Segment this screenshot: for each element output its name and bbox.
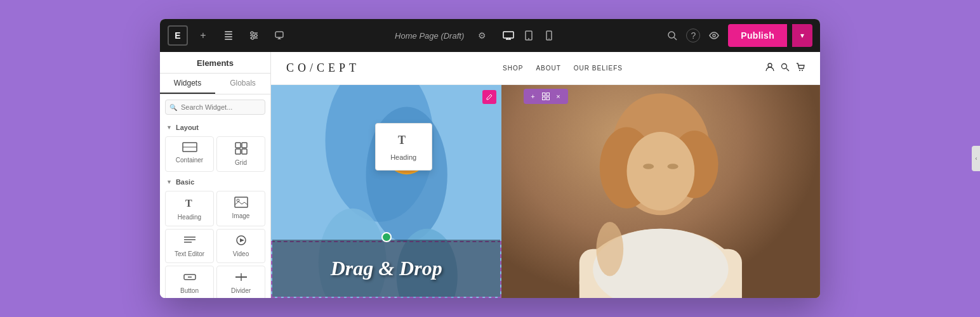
mobile-view-button[interactable] xyxy=(540,27,558,44)
site-nav: SHOP ABOUT OUR BELIEFS xyxy=(503,65,623,72)
svg-line-20 xyxy=(674,37,677,40)
svg-rect-26 xyxy=(235,149,241,154)
widget-image[interactable]: Image xyxy=(216,191,265,226)
heading-widget-icon: T xyxy=(397,133,411,150)
nav-about[interactable]: ABOUT xyxy=(536,65,560,72)
help-button[interactable]: ? xyxy=(686,29,700,42)
grid-icon xyxy=(235,142,248,157)
widget-container[interactable]: Container xyxy=(165,136,214,172)
section-close-button[interactable]: × xyxy=(553,91,564,102)
panel-title: Elements xyxy=(160,52,270,74)
blue-orange-image: T Heading Drag & Drop xyxy=(271,85,501,298)
widget-label: Image xyxy=(232,212,250,219)
layers-button[interactable] xyxy=(218,25,239,46)
widget-label: Video xyxy=(233,250,249,257)
widget-video[interactable]: Video xyxy=(216,229,265,263)
svg-point-50 xyxy=(802,70,803,71)
customize-button[interactable] xyxy=(244,25,264,46)
canvas-left: T Heading Drag & Drop xyxy=(271,85,501,298)
basic-section-header: ▼ Basic xyxy=(160,174,270,188)
layout-widget-grid: Container Grid xyxy=(160,134,270,174)
portrait-photo xyxy=(501,85,820,298)
svg-rect-53 xyxy=(542,97,545,100)
svg-point-69 xyxy=(627,132,695,210)
desktop-view-button[interactable] xyxy=(500,27,517,44)
drop-zone: Drag & Drop xyxy=(271,241,501,298)
svg-rect-10 xyxy=(275,32,283,37)
basic-widget-grid: T Heading Image xyxy=(160,188,270,298)
topbar-right: ? Publish ▾ xyxy=(663,24,812,47)
canvas-inner: CO/CEPT SHOP ABOUT OUR BELIEFS xyxy=(271,52,820,298)
widget-label: Grid xyxy=(235,159,247,166)
divider-icon xyxy=(234,271,248,285)
layout-section-header: ▼ Layout xyxy=(160,120,270,134)
basic-arrow: ▼ xyxy=(166,179,172,185)
svg-point-73 xyxy=(597,222,624,276)
topbar-center: CO/CEPT Home Page (Draft) ⚙ xyxy=(295,25,658,46)
tab-widgets[interactable]: Widgets xyxy=(160,74,215,94)
edit-icon-corner[interactable] xyxy=(482,90,496,104)
svg-point-74 xyxy=(643,164,654,169)
site-logo: CO/CEPT xyxy=(286,61,360,75)
cart-icon xyxy=(796,63,805,74)
mobile-icon xyxy=(546,30,552,41)
svg-line-48 xyxy=(786,68,789,71)
svg-rect-3 xyxy=(225,39,232,40)
drag-drop-area: Drag & Drop xyxy=(272,240,500,297)
video-icon xyxy=(234,235,248,248)
publish-dropdown-button[interactable]: ▾ xyxy=(792,24,812,47)
svg-point-7 xyxy=(251,32,253,34)
widget-label: Text Editor xyxy=(175,250,204,257)
svg-rect-24 xyxy=(235,143,241,148)
page-settings-button[interactable]: ⚙ xyxy=(472,25,492,46)
svg-point-30 xyxy=(237,199,239,202)
widget-label: Heading xyxy=(178,214,201,221)
preview-button[interactable] xyxy=(705,27,723,44)
section-add-button[interactable]: + xyxy=(527,91,539,102)
svg-rect-0 xyxy=(225,34,232,35)
tab-globals[interactable]: Globals xyxy=(215,74,270,94)
dragging-widget[interactable]: T Heading xyxy=(375,123,432,171)
page-title: CO/CEPT Home Page (Draft) xyxy=(395,31,464,41)
comments-button[interactable] xyxy=(269,25,289,46)
elementor-logo[interactable]: E xyxy=(168,25,188,46)
svg-rect-1 xyxy=(225,36,232,37)
svg-point-9 xyxy=(251,37,254,39)
widget-label: Button xyxy=(180,287,199,294)
widget-button[interactable]: Button xyxy=(165,266,214,298)
tablet-view-button[interactable] xyxy=(520,27,538,44)
main-content: Elements Widgets Globals 🔍 ▼ Layout xyxy=(160,52,820,298)
svg-point-16 xyxy=(528,38,529,39)
search-input[interactable] xyxy=(165,100,265,115)
widget-search-box: 🔍 xyxy=(165,100,265,115)
widget-divider[interactable]: Divider xyxy=(216,266,265,298)
svg-point-75 xyxy=(668,164,679,169)
search-icon-small: 🔍 xyxy=(169,104,177,111)
widget-text-editor[interactable]: Text Editor xyxy=(165,229,214,263)
svg-rect-52 xyxy=(546,93,550,96)
add-element-button[interactable]: + xyxy=(193,25,213,46)
customize-icon xyxy=(249,30,259,41)
search-button[interactable] xyxy=(663,27,681,44)
portrait-svg xyxy=(501,85,820,298)
container-icon xyxy=(182,142,197,154)
widget-grid-item[interactable]: Grid xyxy=(216,136,265,172)
drop-indicator-dot xyxy=(381,232,392,242)
widget-label: Container xyxy=(176,157,203,164)
section-grid-button[interactable] xyxy=(540,91,552,102)
svg-rect-51 xyxy=(542,93,545,96)
svg-point-47 xyxy=(781,64,786,69)
topbar: E + xyxy=(160,19,820,52)
editor-window: E + xyxy=(160,19,820,298)
button-icon xyxy=(183,271,197,285)
widget-label: Divider xyxy=(231,287,251,294)
svg-marker-35 xyxy=(240,238,244,242)
image-icon xyxy=(234,197,248,210)
publish-button[interactable]: Publish xyxy=(728,24,787,47)
view-mode-icons xyxy=(500,27,558,44)
section-toolbar: + × xyxy=(524,89,568,104)
site-nav-icons xyxy=(765,63,805,74)
nav-our-beliefs[interactable]: OUR BELIEFS xyxy=(574,65,623,72)
widget-heading[interactable]: T Heading xyxy=(165,191,214,226)
nav-shop[interactable]: SHOP xyxy=(503,65,523,72)
